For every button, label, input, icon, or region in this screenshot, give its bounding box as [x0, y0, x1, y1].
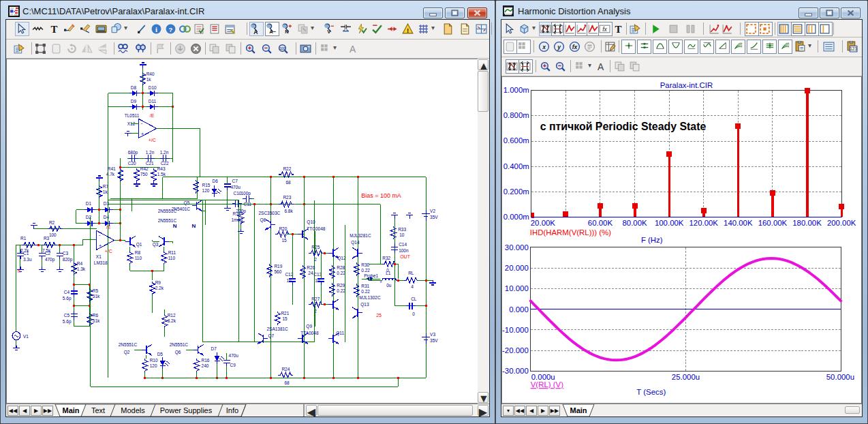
svg-text:D9: D9 [131, 99, 137, 104]
svg-text:1.5k: 1.5k [157, 172, 166, 177]
svg-text:35V: 35V [430, 215, 438, 219]
svg-text:Q9: Q9 [306, 324, 312, 329]
svg-text:0.400m: 0.400m [503, 162, 529, 170]
svg-text:R6: R6 [93, 313, 99, 318]
svg-text:C21: C21 [146, 161, 154, 166]
svg-text:CL: CL [411, 297, 417, 301]
svg-text:100: 100 [49, 232, 57, 237]
svg-text:C2: C2 [45, 251, 51, 256]
svg-text:0.600m: 0.600m [503, 136, 529, 145]
svg-text:1meg: 1meg [232, 217, 243, 223]
svg-text:1.3k: 1.3k [77, 267, 86, 271]
svg-text:4.7k: 4.7k [106, 172, 115, 177]
svg-text:60.00K: 60.00K [588, 219, 613, 227]
svg-text:0.22: 0.22 [337, 271, 345, 275]
svg-text:1.2n: 1.2n [146, 150, 155, 155]
svg-text:0u: 0u [386, 283, 392, 288]
svg-text:fx: fx [572, 44, 578, 50]
svg-text:R7: R7 [103, 184, 109, 189]
svg-text:Q2: Q2 [124, 350, 130, 355]
svg-text:C13: C13 [313, 272, 322, 277]
svg-text:100p: 100p [241, 191, 251, 196]
svg-text:560: 560 [274, 269, 281, 274]
svg-text:750: 750 [140, 172, 148, 177]
svg-text:160.00K: 160.00K [758, 219, 788, 227]
svg-text:5.6p: 5.6p [63, 296, 72, 301]
svg-text:Paralax-int.CIR: Paralax-int.CIR [660, 81, 713, 89]
svg-text:200.00K: 200.00K [827, 219, 856, 227]
svg-text:2N5551C: 2N5551C [158, 218, 177, 223]
svg-text:MJL1302C: MJL1302C [359, 295, 381, 300]
svg-text:+: + [141, 131, 144, 137]
svg-text:470p: 470p [45, 257, 55, 262]
svg-text:RL: RL [408, 271, 414, 275]
svg-text:100: 100 [279, 47, 285, 50]
svg-text:R8: R8 [135, 250, 141, 255]
svg-text:1k: 1k [103, 190, 108, 194]
svg-text:R5: R5 [93, 288, 99, 293]
svg-text:0.000: 0.000 [509, 305, 529, 314]
svg-text:470u: 470u [229, 353, 239, 358]
svg-text:Q13: Q13 [360, 302, 369, 307]
svg-text:IHD(HARM(V(RL))) (%): IHD(HARM(V(RL))) (%) [530, 228, 611, 237]
svg-text:D1: D1 [86, 201, 92, 206]
svg-text:C9: C9 [230, 363, 236, 367]
svg-text:Q5: Q5 [184, 200, 190, 206]
svg-text:R42: R42 [140, 166, 149, 171]
svg-text:10: 10 [399, 232, 405, 237]
svg-text:L1: L1 [386, 271, 391, 275]
svg-text:123: 123 [850, 46, 857, 51]
svg-text:100.00K: 100.00K [655, 219, 684, 227]
svg-text:D10: D10 [149, 85, 157, 90]
svg-text:D8: D8 [131, 85, 137, 90]
svg-text:R9: R9 [155, 280, 161, 285]
svg-text:V1: V1 [23, 334, 29, 339]
svg-text:C22: C22 [161, 161, 169, 166]
svg-text:C3: C3 [63, 251, 69, 256]
svg-text:100n: 100n [399, 248, 409, 253]
svg-text:V(RL) (V): V(RL) (V) [531, 380, 563, 389]
svg-text:N: N [192, 223, 196, 229]
svg-text:30.000: 30.000 [505, 243, 529, 252]
svg-text:+/C: +/C [105, 249, 112, 254]
svg-text:0: 0 [412, 312, 415, 316]
svg-text:2SA1381C: 2SA1381C [266, 327, 288, 331]
svg-text:50.000u: 50.000u [826, 373, 854, 381]
svg-text:20.00K: 20.00K [531, 219, 556, 227]
svg-text:R21: R21 [281, 311, 289, 316]
svg-text:180.00K: 180.00K [792, 219, 822, 227]
svg-text:25.000u: 25.000u [672, 373, 700, 381]
svg-text:R43: R43 [157, 166, 166, 171]
svg-text:68: 68 [284, 380, 290, 385]
svg-text:+: + [99, 243, 102, 249]
svg-text:OUT: OUT [400, 254, 410, 259]
svg-text:+/C: +/C [149, 138, 156, 142]
svg-text:Power Supplies: Power Supplies [160, 406, 213, 414]
svg-text:R18: R18 [233, 211, 241, 216]
svg-text:Info: Info [226, 406, 238, 414]
svg-text:-: - [141, 120, 143, 126]
svg-text:T: T [51, 24, 58, 35]
svg-text:6.8k: 6.8k [284, 209, 293, 213]
svg-text:T: T [615, 24, 622, 35]
svg-text:TTA0048: TTA0048 [300, 331, 319, 335]
svg-text:51k: 51k [93, 318, 100, 323]
svg-text:R33: R33 [398, 228, 406, 232]
svg-text:680p: 680p [128, 150, 138, 155]
svg-text:A: A [350, 44, 356, 55]
svg-text:1.000m: 1.000m [503, 86, 529, 94]
svg-text:Probe1: Probe1 [364, 273, 378, 278]
svg-text:R31: R31 [361, 284, 369, 288]
svg-text:1u: 1u [286, 278, 292, 283]
svg-text:R25: R25 [311, 245, 320, 249]
svg-text:R22: R22 [283, 166, 291, 171]
svg-text:Q11: Q11 [336, 331, 344, 336]
svg-text:V3: V3 [430, 332, 435, 337]
svg-text:TTC0048: TTC0048 [307, 226, 325, 231]
svg-text:Bias = 100 mA: Bias = 100 mA [361, 192, 401, 199]
svg-text:D6: D6 [213, 179, 219, 183]
svg-text:R15: R15 [202, 183, 211, 187]
svg-text:120: 120 [202, 188, 210, 193]
svg-text:C7: C7 [232, 179, 238, 183]
svg-text:4: 4 [411, 284, 414, 289]
